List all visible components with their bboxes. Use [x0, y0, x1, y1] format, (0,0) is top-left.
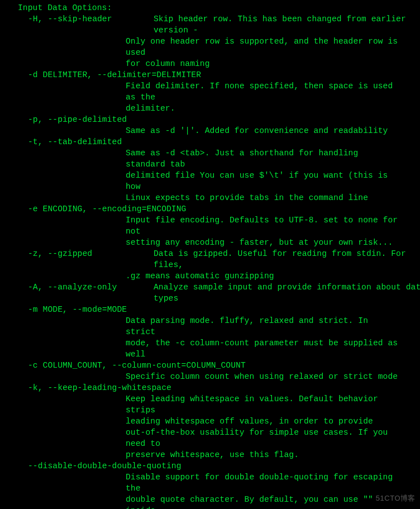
option-description: Data parsing mode. fluffy, relaxed and s… — [0, 315, 402, 337]
option-description: out-of-the-box usability for simple use … — [0, 427, 402, 449]
terminal-output: Input Data Options: -H, --skip-headerSki… — [0, 0, 420, 509]
option-description: Disable support for double double-quotin… — [0, 472, 402, 494]
option-description: mode, the -c column-count parameter must… — [0, 337, 402, 360]
option-description: delimiter. — [0, 103, 402, 114]
option-description: Field delimiter. If none specified, then… — [0, 80, 402, 103]
option-description: Linux expects to provide tabs in the com… — [0, 192, 402, 203]
option-flag: -H, --skip-header — [0, 13, 154, 25]
option-flag: -A, --analyze-only — [0, 282, 154, 293]
option-flag: -p, --pipe-delimited — [0, 114, 420, 125]
options-list: -H, --skip-headerSkip header row. This h… — [0, 13, 420, 509]
option-description-cont: for column naming — [0, 58, 402, 69]
option-description: leading whitespace off values, in order … — [0, 416, 402, 427]
option-flag: -t, --tab-delimited — [0, 136, 420, 148]
option-description: preserve whitespace, use this flag. — [0, 449, 402, 460]
option-flag: -m MODE, --mode=MODE — [0, 304, 420, 315]
option-flag: -d DELIMITER, --delimiter=DELIMITER — [0, 69, 420, 80]
option-description: Keep leading whitespace in values. Defau… — [0, 393, 402, 416]
option-description: Data is gzipped. Useful for reading from… — [154, 248, 420, 270]
option-row: -z, --gzippedData is gzipped. Useful for… — [0, 248, 420, 270]
option-description: Skip header row. This has been changed f… — [154, 13, 420, 36]
watermark: 51CTO博客 — [376, 493, 416, 503]
option-description: Same as -d <tab>. Just a shorthand for h… — [0, 148, 402, 170]
option-description: double quote character. By default, you … — [0, 494, 402, 509]
option-description: Specific column count when using relaxed… — [0, 371, 402, 382]
option-flag: -z, --gzipped — [0, 248, 154, 259]
option-flag: -c COLUMN_COUNT, --column-count=COLUMN_C… — [0, 360, 420, 371]
option-row: -H, --skip-headerSkip header row. This h… — [0, 13, 420, 36]
option-description: delimited file You can use $'\t' if you … — [0, 170, 402, 192]
option-description: setting any encoding - faster, but at yo… — [0, 237, 402, 248]
option-description-cont: .gz means automatic gunzipping — [0, 270, 402, 282]
option-flag: --disable-double-double-quoting — [0, 460, 420, 472]
option-description: Same as -d '|'. Added for convenience an… — [0, 125, 402, 136]
section-title: Input Data Options: — [0, 2, 420, 13]
option-flag: -e ENCODING, --encoding=ENCODING — [0, 203, 420, 215]
option-description: Analyze sample input and provide informa… — [154, 282, 420, 304]
option-row: -A, --analyze-onlyAnalyze sample input a… — [0, 282, 420, 304]
option-description: Input file encoding. Defaults to UTF-8. … — [0, 215, 402, 237]
option-flag: -k, --keep-leading-whitespace — [0, 382, 420, 393]
option-description-cont: Only one header row is supported, and th… — [0, 36, 402, 58]
